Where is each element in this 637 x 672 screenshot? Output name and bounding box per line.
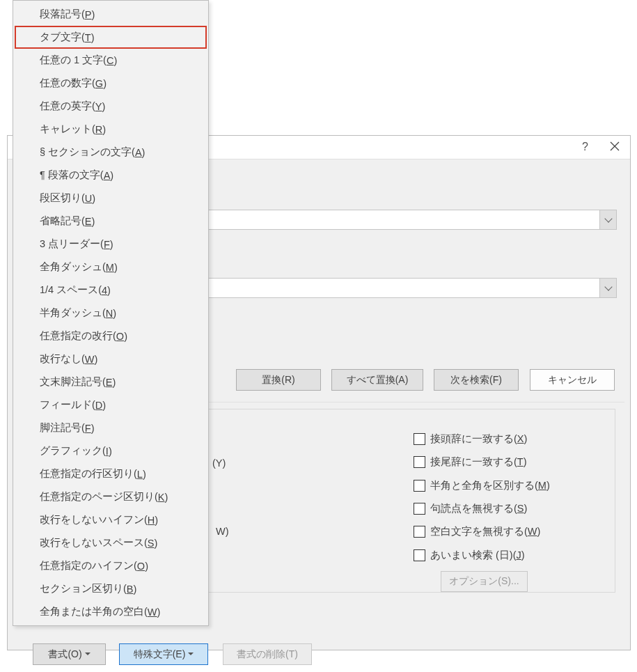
menu-item[interactable]: 任意指定のページ区切り(K) — [15, 485, 207, 508]
menu-item[interactable]: 任意の数字(G) — [15, 72, 207, 95]
menu-item[interactable]: 任意指定の改行(O) — [15, 325, 207, 347]
menu-item[interactable]: タブ文字(T) — [15, 26, 207, 49]
replace-with-dropdown[interactable] — [599, 279, 616, 297]
menu-item[interactable]: グラフィック(I) — [15, 439, 207, 462]
menu-item-accelerator: O — [116, 331, 124, 342]
checkbox[interactable] — [414, 526, 425, 538]
menu-item[interactable]: 任意の 1 文字(C) — [15, 49, 207, 72]
menu-item[interactable]: キャレット(R) — [15, 118, 207, 141]
menu-item[interactable]: 段落記号(P) — [15, 3, 207, 26]
menu-item[interactable]: 任意指定のハイフン(O) — [15, 554, 207, 577]
option-ignore-whitespace[interactable]: 空白文字を無視する(W) — [414, 525, 540, 538]
menu-item-accelerator: O — [137, 561, 145, 572]
menu-item-label: 3 点リーダー( — [40, 237, 104, 251]
option-label: 接頭辞に一致する(X) — [430, 432, 527, 446]
checkbox[interactable] — [414, 433, 425, 445]
partial-label-w: W) — [216, 526, 229, 537]
option-label: 接尾辞に一致する(T) — [430, 455, 527, 469]
find-next-button[interactable]: 次を検索(F) — [434, 369, 519, 391]
menu-item-tail: ) — [103, 78, 107, 89]
checkbox[interactable] — [414, 480, 425, 492]
option-label: 空白文字を無視する(W) — [430, 525, 540, 538]
menu-item-label: 文末脚注記号( — [40, 375, 106, 389]
menu-item-tail: ) — [102, 124, 106, 135]
menu-item-tail: ) — [155, 538, 158, 549]
menu-item-tail: ) — [102, 101, 106, 112]
checkbox[interactable] — [414, 456, 425, 468]
checkbox[interactable] — [414, 503, 425, 515]
menu-item-label: § セクションの文字( — [40, 146, 135, 159]
menu-item-accelerator: L — [137, 469, 143, 480]
menu-item[interactable]: 半角ダッシュ(N) — [15, 302, 207, 325]
menu-item-accelerator: Y — [95, 101, 102, 112]
menu-item[interactable]: フィールド(D) — [15, 393, 207, 416]
menu-item[interactable]: 任意指定の行区切り(L) — [15, 462, 207, 485]
menu-item-accelerator: R — [95, 124, 102, 135]
option-match-prefix[interactable]: 接頭辞に一致する(X) — [414, 432, 527, 446]
menu-item-label: 改行をしないハイフン( — [40, 513, 148, 526]
option-fuzzy-jp[interactable]: あいまい検索 (日)(J) — [414, 549, 525, 562]
replace-button[interactable]: 置換(R) — [236, 369, 321, 391]
menu-item-label: 任意の数字( — [40, 77, 95, 90]
option-match-width[interactable]: 半角と全角を区別する(M) — [414, 479, 550, 492]
menu-item[interactable]: 3 点リーダー(F) — [15, 233, 207, 256]
chevron-down-icon — [604, 214, 612, 222]
menu-item-tail: ) — [95, 354, 98, 365]
close-icon[interactable] — [610, 141, 620, 155]
menu-item-tail: ) — [143, 469, 146, 480]
menu-item[interactable]: § セクションの文字(A) — [15, 141, 207, 164]
menu-item[interactable]: ¶ 段落の文字(A) — [15, 164, 207, 187]
menu-item-tail: ) — [142, 147, 146, 158]
option-ignore-punct[interactable]: 句読点を無視する(S) — [414, 502, 527, 515]
menu-item-accelerator: D — [95, 400, 102, 411]
menu-item[interactable]: 全角または半角の空白(W) — [15, 600, 207, 623]
option-match-suffix[interactable]: 接尾辞に一致する(T) — [414, 455, 527, 469]
menu-item[interactable]: 任意の英字(Y) — [15, 95, 207, 118]
menu-item-accelerator: F — [104, 239, 110, 250]
menu-item[interactable]: 脚注記号(F) — [15, 416, 207, 439]
menu-item-tail: ) — [92, 216, 95, 227]
checkbox[interactable] — [414, 549, 425, 561]
menu-item-label: キャレット( — [40, 123, 95, 136]
menu-item-label: 省略記号( — [40, 214, 85, 228]
replace-all-button[interactable]: すべて置換(A) — [331, 369, 423, 391]
menu-item-tail: ) — [165, 492, 168, 503]
menu-item[interactable]: 全角ダッシュ(M) — [15, 256, 207, 279]
chevron-down-icon — [604, 283, 612, 290]
menu-item-label: 段区切り( — [40, 192, 85, 205]
chevron-down-icon — [85, 653, 91, 655]
menu-item[interactable]: 改行をしないスペース(S) — [15, 531, 207, 554]
menu-item[interactable]: 1/4 スペース(4) — [15, 279, 207, 302]
menu-item-accelerator: W — [148, 607, 157, 618]
cancel-button[interactable]: キャンセル — [530, 369, 615, 391]
menu-item-tail: ) — [155, 515, 158, 526]
menu-item-accelerator: E — [106, 377, 113, 388]
menu-item-label: ¶ 段落の文字( — [40, 169, 104, 182]
menu-item-tail: ) — [113, 55, 117, 66]
menu-item[interactable]: 省略記号(E) — [15, 210, 207, 233]
menu-item-label: グラフィック( — [40, 444, 106, 458]
menu-item[interactable]: セクション区切り(B) — [15, 577, 207, 600]
menu-item[interactable]: 文末脚注記号(E) — [15, 370, 207, 393]
menu-item-tail: ) — [113, 308, 116, 319]
menu-item[interactable]: 段区切り(U) — [15, 187, 207, 210]
menu-item-label: 脚注記号( — [40, 421, 85, 435]
menu-item-accelerator: B — [127, 584, 134, 595]
partial-label-y: (Y) — [212, 458, 226, 469]
menu-item-tail: ) — [102, 400, 106, 411]
format-button[interactable]: 書式(O) — [33, 643, 106, 665]
menu-item-tail: ) — [124, 331, 127, 342]
menu-item[interactable]: 改行をしないハイフン(H) — [15, 508, 207, 531]
menu-item-accelerator: N — [106, 308, 113, 319]
menu-item-tail: ) — [91, 32, 95, 43]
menu-item-accelerator: S — [148, 538, 155, 549]
menu-item-label: 全角ダッシュ( — [40, 260, 106, 274]
menu-item-tail: ) — [110, 239, 113, 250]
menu-item-label: 段落記号( — [40, 8, 85, 21]
format-button-label: 書式(O) — [48, 648, 81, 661]
find-what-dropdown[interactable] — [599, 210, 616, 229]
special-characters-menu: 段落記号(P)タブ文字(T)任意の 1 文字(C)任意の数字(G)任意の英字(Y… — [13, 0, 209, 626]
special-button[interactable]: 特殊文字(E) — [119, 643, 208, 665]
menu-item[interactable]: 改行なし(W) — [15, 347, 207, 370]
help-icon[interactable]: ? — [582, 141, 588, 153]
